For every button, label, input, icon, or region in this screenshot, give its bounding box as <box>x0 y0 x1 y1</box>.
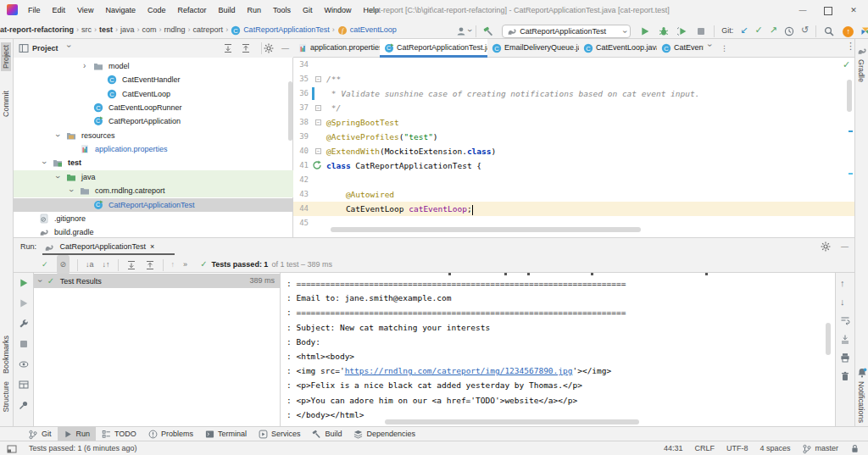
stripe-item-notifications[interactable]: Notifications <box>857 381 865 423</box>
expand-all-button[interactable] <box>223 43 233 53</box>
run-icon[interactable] <box>640 26 650 36</box>
breadcrumb-item[interactable]: test <box>99 25 113 34</box>
console-output[interactable]: : ======================================… <box>280 273 835 427</box>
git-commit-icon[interactable]: ✓ <box>755 25 763 35</box>
previous-failed-test-button[interactable]: ↑ <box>171 256 175 274</box>
test-runner-settings[interactable] <box>19 319 29 329</box>
menu-window[interactable]: Window <box>319 0 358 20</box>
editor-tab[interactable]: application.properties× <box>293 39 380 58</box>
tree-item[interactable]: CCatReportApplicationTest <box>14 198 293 212</box>
git-update-icon[interactable]: ↙ <box>740 25 748 35</box>
console-vertical-scrollbar[interactable] <box>826 323 831 355</box>
menu-code[interactable]: Code <box>142 0 172 20</box>
breadcrumb-item[interactable]: com <box>142 25 157 34</box>
editor-tab[interactable]: CEmailDeliveryQueue.java× <box>487 39 579 58</box>
lock-widget[interactable] <box>850 441 860 455</box>
view-options[interactable] <box>19 359 29 369</box>
window-minimize-button[interactable]: — <box>790 0 815 20</box>
ide-update-icon[interactable]: ↑ <box>843 27 854 36</box>
status-message[interactable]: Tests passed: 1 (6 minutes ago) <box>29 441 137 455</box>
project-panel-dropdown-icon[interactable]: › <box>64 45 74 47</box>
project-panel-title[interactable]: Project <box>32 39 58 58</box>
tool-window-button-problems[interactable]: Problems <box>142 427 199 441</box>
menu-run[interactable]: Run <box>241 0 267 20</box>
plugin-promo-icon[interactable] <box>860 26 868 36</box>
breadcrumb-item[interactable]: CatReportApplicationTest <box>243 25 330 34</box>
git-branch-widget[interactable]: master <box>802 441 838 455</box>
stop-process[interactable] <box>19 339 29 349</box>
menu-git[interactable]: Git <box>297 0 319 20</box>
run-test-gutter-icon[interactable] <box>312 160 322 170</box>
stripe-item-gradle[interactable]: Gradle <box>857 59 865 82</box>
show-ignored-button[interactable]: ⊘ <box>57 255 70 275</box>
more-actions-button[interactable]: » <box>183 256 187 274</box>
git-push-icon[interactable]: ↗ <box>770 25 777 35</box>
tool-window-toggle-icon[interactable] <box>7 444 17 454</box>
tree-item[interactable]: CCatReportApplication <box>14 114 293 128</box>
tree-item[interactable]: CCatEventHandler <box>14 73 293 86</box>
git-rollback-icon[interactable]: ↺ <box>801 25 809 35</box>
tree-item[interactable]: application.properties <box>14 142 293 156</box>
tree-chevron-icon[interactable]: › <box>37 162 51 164</box>
fold-marker[interactable]: − <box>315 105 321 111</box>
menu-refactor[interactable]: Refactor <box>171 0 212 20</box>
console-horizontal-scrollbar[interactable] <box>385 419 639 424</box>
editor-tab[interactable]: CCatEventl <box>657 39 704 58</box>
pin-tab[interactable] <box>19 400 29 410</box>
menu-file[interactable]: File <box>22 0 47 20</box>
build-icon[interactable] <box>483 26 493 36</box>
editor-vertical-scrollbar[interactable] <box>847 80 852 112</box>
soft-wrap-button[interactable] <box>840 315 850 325</box>
sort-alphabetically-button[interactable]: ↓a <box>86 256 94 274</box>
debug-icon[interactable] <box>659 26 669 36</box>
run-tab-label[interactable]: CatReportApplicationTest <box>60 242 147 251</box>
stripe-item-structure[interactable]: Structure <box>1 380 11 414</box>
tree-item[interactable]: ›resources <box>14 129 293 142</box>
tab-list-chevron-icon[interactable]: › <box>705 44 715 47</box>
tree-item[interactable]: CCatEventLoop <box>14 87 293 101</box>
layout-settings[interactable] <box>19 380 29 390</box>
print-button[interactable] <box>840 352 850 363</box>
tree-chevron-icon[interactable]: › <box>51 134 64 136</box>
tree-item[interactable]: CCatEventLoopRunner <box>14 101 293 114</box>
breadcrumb-item[interactable]: catreport <box>193 25 224 34</box>
tree-item[interactable]: ›test <box>14 156 293 169</box>
run-config-dropdown-icon[interactable]: › <box>619 30 632 32</box>
code-editor[interactable]: 3435−/**36 * Validate sunshine case of c… <box>293 58 854 237</box>
tool-window-button-todo[interactable]: TODO <box>96 427 142 441</box>
tree-chevron-icon[interactable]: › <box>64 189 78 191</box>
project-scrollbar[interactable] <box>288 81 292 141</box>
stop-icon[interactable] <box>696 26 706 36</box>
file-encoding-widget[interactable]: UTF-8 <box>726 441 748 455</box>
tree-item[interactable]: ›com.rndlng.catreport <box>14 184 293 197</box>
tree-item[interactable]: ›model <box>14 59 293 73</box>
show-passed-button[interactable]: ✓ <box>42 256 48 274</box>
sort-by-duration-button[interactable]: ↓↑ <box>103 256 110 274</box>
rerun-failed-tests[interactable] <box>19 298 29 308</box>
stripe-item-commit[interactable]: Commit <box>1 88 11 119</box>
hide-panel-button[interactable]: — <box>841 238 849 255</box>
clear-console-button[interactable] <box>840 371 850 381</box>
tool-window-button-dependencies[interactable]: Dependencies <box>348 427 421 441</box>
menu-tools[interactable]: Tools <box>267 0 297 20</box>
console-link[interactable]: https://rndlng.com/catreport/img/1234567… <box>345 366 573 375</box>
menu-navigate[interactable]: Navigate <box>99 0 142 20</box>
gear-icon[interactable] <box>821 241 831 252</box>
scroll-to-end-button[interactable] <box>840 334 850 344</box>
scroll-down-button[interactable]: ↓ <box>840 297 845 307</box>
stripe-item-project[interactable]: Project <box>1 42 11 71</box>
menu-view[interactable]: View <box>71 0 99 20</box>
menu-edit[interactable]: Edit <box>47 0 72 20</box>
editor-horizontal-scrollbar[interactable] <box>331 227 641 232</box>
profile-dropdown-icon[interactable]: › <box>460 29 479 31</box>
tree-chevron-icon[interactable]: › <box>83 59 86 73</box>
tree-item[interactable]: ›java <box>14 170 293 184</box>
fold-marker[interactable]: − <box>315 76 321 82</box>
fold-marker[interactable]: − <box>315 119 321 125</box>
tool-window-button-terminal[interactable]: Terminal <box>199 427 253 441</box>
tool-window-button-build[interactable]: Build <box>306 427 348 441</box>
window-maximize-button[interactable] <box>815 0 841 20</box>
collapse-all-button[interactable] <box>241 43 251 53</box>
tool-window-button-run[interactable]: Run <box>58 427 97 441</box>
line-ending-widget[interactable]: CRLF <box>694 441 715 455</box>
